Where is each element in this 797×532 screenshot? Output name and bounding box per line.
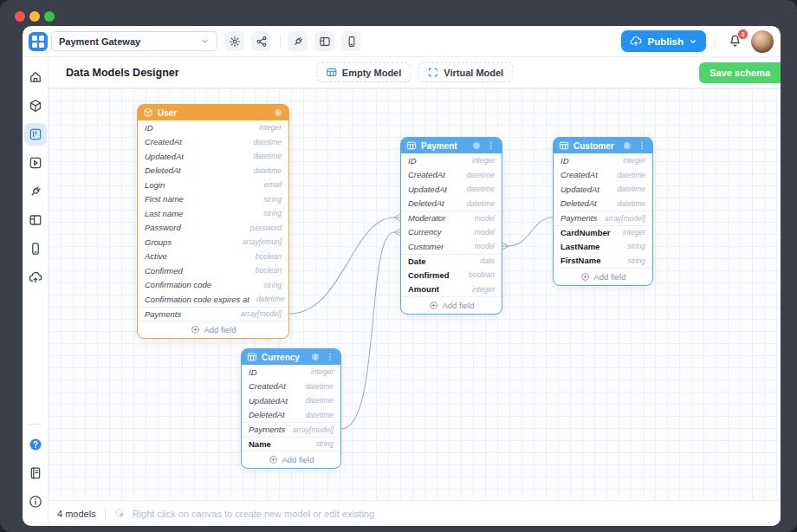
field-row[interactable]: Amountinteger	[401, 282, 502, 297]
cube-icon	[29, 99, 42, 113]
minimize-button[interactable]	[29, 11, 40, 22]
field-row[interactable]: UpdatedAtdatetime	[242, 393, 340, 408]
play-icon	[29, 156, 42, 170]
field-row[interactable]: IDinteger	[401, 153, 502, 168]
maximize-button[interactable]	[44, 11, 55, 22]
field-row[interactable]: Datedate	[401, 254, 502, 269]
sidebar-item-mobile[interactable]	[24, 237, 47, 260]
info-badge-icon[interactable]	[471, 140, 482, 151]
project-select[interactable]: Payment Gateway	[51, 31, 217, 51]
sidebar-item-help[interactable]	[24, 433, 47, 456]
sidebar-item-modules[interactable]	[24, 94, 47, 117]
home-icon	[29, 70, 42, 84]
field-row[interactable]: First namestring	[138, 192, 288, 207]
field-row[interactable]: LastNamestring	[554, 239, 652, 254]
field-type: model	[475, 242, 495, 250]
field-row[interactable]: CreatedAtdatetime	[242, 380, 340, 394]
virtual-model-button[interactable]: Virtual Model	[418, 62, 513, 82]
publish-button[interactable]: Publish	[621, 30, 706, 52]
integrations-button[interactable]	[288, 31, 308, 51]
field-type: date	[480, 256, 495, 265]
info-badge-icon[interactable]	[273, 107, 283, 118]
field-type: datetime	[253, 166, 282, 175]
field-row[interactable]: CreatedAtdatetime	[401, 168, 502, 183]
sidebar-item-data-models-designer[interactable]	[24, 123, 47, 146]
model-header[interactable]: User	[138, 105, 288, 120]
field-row[interactable]: Last namestring	[138, 206, 288, 221]
save-schema-button[interactable]: Save schema	[699, 62, 781, 83]
field-name: DeletedAt	[249, 410, 285, 419]
add-field-button[interactable]: Add field	[554, 268, 652, 285]
field-row[interactable]: DeletedAtdatetime	[401, 197, 502, 211]
add-field-button[interactable]: Add field	[138, 321, 288, 338]
field-row[interactable]: IDinteger	[138, 120, 288, 135]
field-row[interactable]: Confirmation codestring	[138, 278, 288, 293]
field-row[interactable]: CreatedAtdatetime	[554, 168, 652, 183]
plug-icon	[292, 36, 304, 48]
field-row[interactable]: Confirmedboolean	[401, 268, 502, 282]
layout-button[interactable]	[314, 31, 334, 51]
field-row[interactable]: UpdatedAtdatetime	[138, 149, 288, 164]
sidebar-item-docs[interactable]	[24, 462, 47, 484]
dots-vertical-icon[interactable]	[325, 352, 335, 362]
field-row[interactable]: Namestring	[242, 437, 340, 451]
info-badge-icon[interactable]	[622, 140, 632, 151]
field-row[interactable]: DeletedAtdatetime	[554, 197, 652, 211]
info-badge-icon[interactable]	[310, 352, 321, 362]
field-row[interactable]: Paymentsarray[model]	[554, 211, 652, 225]
model-card-customer[interactable]: CustomerIDintegerCreatedAtdatetimeUpdate…	[553, 137, 653, 286]
sidebar-item-deploy[interactable]	[24, 266, 47, 289]
model-card-currency[interactable]: CurrencyIDintegerCreatedAtdatetimeUpdate…	[241, 348, 341, 469]
field-row[interactable]: CreatedAtdatetime	[138, 135, 288, 150]
field-row[interactable]: IDinteger	[554, 153, 652, 168]
models-canvas[interactable]: UserIDintegerCreatedAtdatetimeUpdatedAtd…	[49, 88, 781, 500]
click-icon	[114, 508, 126, 520]
add-field-button[interactable]: Add field	[401, 296, 502, 314]
settings-button[interactable]	[224, 31, 244, 51]
field-row[interactable]: DeletedAtdatetime	[138, 164, 288, 178]
empty-model-button[interactable]: Empty Model	[316, 62, 411, 82]
share-button[interactable]	[251, 31, 271, 51]
sidebar-item-integrations[interactable]	[24, 180, 47, 203]
model-card-user[interactable]: UserIDintegerCreatedAtdatetimeUpdatedAtd…	[137, 104, 289, 339]
close-button[interactable]	[15, 11, 25, 22]
model-header[interactable]: Currency	[242, 349, 340, 365]
field-row[interactable]: CardNumberinteger	[554, 225, 652, 240]
field-name: Payments	[560, 213, 597, 223]
field-row[interactable]: Activeboolean	[138, 250, 288, 264]
field-type: datetime	[305, 382, 334, 391]
model-card-payment[interactable]: PaymentIDintegerCreatedAtdatetimeUpdated…	[400, 137, 502, 315]
model-header[interactable]: Customer	[554, 138, 652, 153]
field-row[interactable]: Groupsarray[emun]	[138, 235, 288, 250]
field-row[interactable]: FirstNamestring	[554, 254, 652, 269]
add-field-button[interactable]: Add field	[242, 451, 340, 468]
sidebar-item-about[interactable]	[24, 490, 47, 513]
field-row[interactable]: UpdatedAtdatetime	[554, 182, 652, 197]
help-icon	[29, 438, 42, 451]
field-row[interactable]: Moderatormodel	[401, 211, 502, 225]
dots-vertical-icon[interactable]	[637, 140, 647, 151]
field-row[interactable]: Paymentsarray[model]	[138, 307, 288, 321]
field-name: ID	[560, 156, 569, 165]
model-header[interactable]: Payment	[401, 138, 502, 153]
mobile-button[interactable]	[341, 31, 361, 51]
field-row[interactable]: IDinteger	[242, 365, 340, 380]
app-logo[interactable]	[29, 32, 48, 51]
field-row[interactable]: Customermodel	[401, 239, 502, 254]
sidebar-item-business-logic[interactable]	[24, 152, 47, 174]
field-row[interactable]: Passwordpassword	[138, 221, 288, 236]
notifications-button[interactable]: 3	[728, 34, 742, 49]
sidebar-item-home[interactable]	[24, 66, 47, 88]
field-row[interactable]: UpdatedAtdatetime	[401, 182, 502, 197]
field-row[interactable]: Loginemail	[138, 178, 288, 192]
field-row[interactable]: Confirmation code expires atdatetime	[138, 292, 288, 307]
dots-vertical-icon[interactable]	[486, 140, 496, 151]
field-row[interactable]: DeletedAtdatetime	[242, 408, 340, 423]
add-field-label: Add field	[443, 301, 475, 310]
field-row[interactable]: Confirmedboolean	[138, 263, 288, 278]
sidebar-item-interface[interactable]	[24, 209, 47, 231]
avatar[interactable]	[751, 30, 774, 53]
field-row[interactable]: Currencymodel	[401, 225, 502, 240]
field-row[interactable]: Paymentsarray[model]	[242, 422, 340, 437]
publish-label: Publish	[647, 36, 684, 47]
